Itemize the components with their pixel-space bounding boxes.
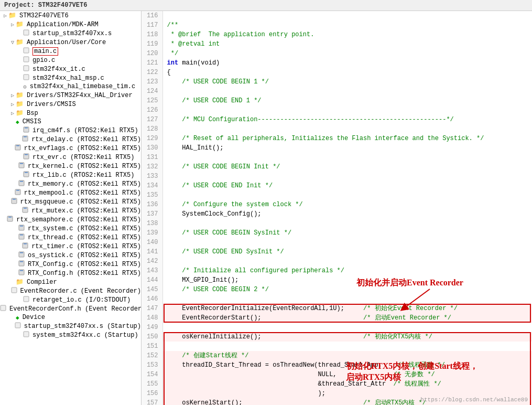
sidebar[interactable]: ▷📁STM32F407VET6▷📁Application/MDK-ARM sta… xyxy=(0,11,142,405)
line-content-140 xyxy=(162,238,532,247)
sidebar-label-gpio-c: gpio.c xyxy=(32,57,55,64)
file-icon xyxy=(23,65,29,73)
sidebar-item-gpio-c[interactable]: gpio.c xyxy=(0,56,141,65)
sidebar-item-bsp[interactable]: ▷📁Bsp xyxy=(0,109,141,118)
expand-icon-bsp[interactable]: ▷ xyxy=(9,110,16,116)
sidebar-item-irq-cm4f[interactable]: irq_cm4f.s (RTOS2:Keil RTX5) xyxy=(0,126,141,135)
sidebar-label-device: Device xyxy=(23,314,45,321)
svg-rect-26 xyxy=(8,217,12,218)
sidebar-item-drivers-cmsis[interactable]: ▷📁Drivers/CMSIS xyxy=(0,100,141,109)
sidebar-item-device[interactable]: ◆Device xyxy=(0,313,141,322)
sidebar-item-rtx-system[interactable]: rtx_system.c (RTOS2:Keil RTX5) xyxy=(0,224,141,233)
sidebar-label-rtx-lib: rtx_lib.c (RTOS2:Keil RTX5) xyxy=(32,172,134,179)
sidebar-item-system-stm32f4xx[interactable]: system_stm32f4xx.c (Startup) xyxy=(0,331,141,339)
expand-icon-drivers-stm32[interactable]: ▷ xyxy=(9,92,16,99)
expand-icon-drivers-cmsis[interactable]: ▷ xyxy=(9,101,16,108)
file-rtos-icon xyxy=(23,171,29,179)
sidebar-item-eventrecorderconf-h[interactable]: EventRecorderConf.h (Event Recorder) xyxy=(0,304,141,313)
sidebar-item-eventrecorder-c[interactable]: EventRecorder.c (Event Recorder) xyxy=(0,286,141,295)
svg-rect-30 xyxy=(20,235,23,236)
line-content-152: /* 创建Start线程 */ xyxy=(162,351,532,360)
sidebar-item-main-c[interactable]: main.c xyxy=(0,47,141,56)
sidebar-item-rtx-mutex[interactable]: rtx_mutex.c (RTOS2:Keil RTX5) xyxy=(0,206,141,215)
folder-icon: 📁 xyxy=(16,91,24,99)
sidebar-label-bsp: Bsp xyxy=(27,110,38,117)
line-content-137: SystemClock_Config(); xyxy=(162,209,532,219)
file-rtos-icon xyxy=(23,126,29,134)
line-content-133 xyxy=(162,172,532,181)
sidebar-item-rtx-memory[interactable]: rtx_memory.c (RTOS2:Keil RTX5) xyxy=(0,179,141,188)
file-icon xyxy=(23,47,29,55)
sidebar-item-rtx-lib[interactable]: rtx_lib.c (RTOS2:Keil RTX5) xyxy=(0,170,141,179)
svg-rect-12 xyxy=(25,154,28,155)
file-rtos-icon xyxy=(18,233,25,241)
sidebar-item-rtx-config-h[interactable]: RTX_Config.h (RTOS2:Keil RTX5) xyxy=(0,269,141,278)
sidebar-item-rtx-semaphore[interactable]: rtx_semaphore.c (RTOS2:Keil RTX5) xyxy=(0,215,141,224)
sidebar-item-rtx-config[interactable]: RTX_Config.c (RTOS2:Keil RTX5) xyxy=(0,260,141,269)
sidebar-item-cmsis[interactable]: ◆CMSIS xyxy=(0,118,141,126)
sidebar-item-app-mdk[interactable]: ▷📁Application/MDK-ARM xyxy=(0,20,141,29)
code-line-136: 136 /* Configure the system clock */ xyxy=(142,200,532,209)
sidebar-item-startup[interactable]: startup_stm32f407xx.s xyxy=(0,29,141,38)
line-number-149: 149 xyxy=(142,323,162,332)
file-rtos-icon xyxy=(15,144,21,152)
sidebar-item-rtx-timer[interactable]: rtx_timer.c (RTOS2:Keil RTX5) xyxy=(0,242,141,251)
svg-rect-0 xyxy=(24,30,29,35)
line-content-125: /* USER CODE END 1 */ xyxy=(162,96,532,105)
code-line-134: 134 /* USER CODE END Init */ xyxy=(142,181,532,190)
sidebar-item-rtx-delay[interactable]: rtx_delay.c (RTOS2:Keil RTX5) xyxy=(0,135,141,144)
svg-rect-39 xyxy=(12,287,17,293)
line-number-145: 145 xyxy=(142,285,162,294)
code-line-117: 117/** xyxy=(142,20,532,30)
sidebar-item-os-systick[interactable]: os_systick.c (RTOS2:Keil RTX5) xyxy=(0,251,141,260)
expand-icon-app-user-core[interactable]: ▽ xyxy=(9,39,16,46)
svg-rect-8 xyxy=(24,136,27,137)
expand-icon-app-mdk[interactable]: ▷ xyxy=(9,22,16,28)
line-number-141: 141 xyxy=(142,247,162,257)
file-rtos-icon xyxy=(18,180,25,188)
sidebar-item-retarget-io[interactable]: retarget_io.c (I/O:STDOUT) xyxy=(0,295,141,304)
line-content-116 xyxy=(162,11,532,20)
line-content-120: */ xyxy=(162,49,532,58)
sidebar-label-eventrecorder-c: EventRecorder.c (Event Recorder) xyxy=(20,287,141,295)
code-area[interactable]: 116117/**118 * @brief The application en… xyxy=(142,11,532,405)
line-number-119: 119 xyxy=(142,39,162,49)
line-content-128 xyxy=(162,124,532,134)
sidebar-item-stm32f4xx-hal-msp[interactable]: stm32f4xx_hal_msp.c xyxy=(0,73,141,82)
line-number-138: 138 xyxy=(142,219,162,228)
sidebar-label-stm32f4xx-hal-msp: stm32f4xx_hal_msp.c xyxy=(32,74,104,82)
line-number-146: 146 xyxy=(142,294,162,304)
svg-rect-40 xyxy=(24,296,29,302)
sidebar-item-compiler[interactable]: 📁Compiler xyxy=(0,278,141,286)
code-line-124: 124 xyxy=(142,87,532,96)
sidebar-item-drivers-stm32[interactable]: ▷📁Drivers/STM32F4xx_HAL_Driver xyxy=(0,91,141,100)
file-icon xyxy=(23,331,29,339)
sidebar-item-app-user-core[interactable]: ▽📁Application/User/Core xyxy=(0,38,141,47)
line-content-126 xyxy=(162,105,532,115)
svg-rect-32 xyxy=(24,243,27,244)
folder-icon: 📁 xyxy=(8,12,16,19)
svg-rect-4 xyxy=(24,74,29,80)
line-number-155: 155 xyxy=(142,379,162,389)
code-line-133: 133 xyxy=(142,172,532,181)
sidebar-item-rtx-msgqueue[interactable]: rtx_msgqueue.c (RTOS2:Keil RTX5) xyxy=(0,197,141,206)
line-number-135: 135 xyxy=(142,190,162,200)
line-number-126: 126 xyxy=(142,105,162,115)
sidebar-item-startup2[interactable]: startup_stm32f407xx.s (Startup) xyxy=(0,322,141,331)
sidebar-item-rtx-mempool[interactable]: rtx_mempool.c (RTOS2:Keil RTX5) xyxy=(0,188,141,197)
line-number-154: 154 xyxy=(142,370,162,379)
line-content-148: EventRecorderStart(); /* 启动Event Recorde… xyxy=(162,313,532,323)
sidebar-item-rtx-evr[interactable]: rtx_evr.c (RTOS2:Keil RTX5) xyxy=(0,153,141,162)
sidebar-item-proj-root[interactable]: ▷📁STM32F407VET6 xyxy=(0,11,141,20)
sidebar-label-proj-root: STM32F407VET6 xyxy=(19,12,69,19)
sidebar-item-stm32f4xx-hal-timebase[interactable]: ⚙stm32f4xx_hal_timebase_tim.c xyxy=(0,82,141,91)
sidebar-item-stm32f4xx-it[interactable]: stm32f4xx_it.c xyxy=(0,65,141,73)
sidebar-item-rtx-thread[interactable]: rtx_thread.c (RTOS2:Keil RTX5) xyxy=(0,233,141,242)
line-number-116: 116 xyxy=(142,11,162,20)
code-line-141: 141 /* USER CODE END SysInit */ xyxy=(142,247,532,257)
sidebar-item-rtx-kernel[interactable]: rtx_kernel.c (RTOS2:Keil RTX5) xyxy=(0,162,141,170)
expand-icon-proj-root[interactable]: ▷ xyxy=(2,13,8,19)
file-rtos-icon xyxy=(15,189,21,197)
sidebar-item-rtx-evflags[interactable]: rtx_evflags.c (RTOS2:Keil RTX5) xyxy=(0,144,141,153)
sidebar-label-rtx-config-h: RTX_Config.h (RTOS2:Keil RTX5) xyxy=(28,270,141,277)
